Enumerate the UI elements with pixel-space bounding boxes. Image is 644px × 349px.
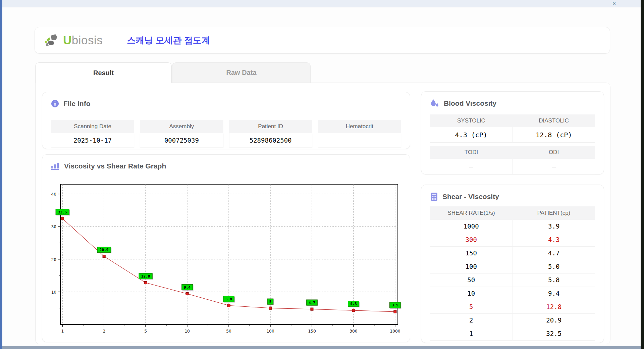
calculator-icon [430, 192, 438, 201]
field-label: Hematocrit [318, 120, 401, 133]
table-row: 10 9.4 [430, 287, 595, 300]
svg-text:4.3: 4.3 [350, 302, 357, 306]
shear-rate-cell: 1 [430, 327, 513, 340]
tab-raw-data[interactable]: Raw Data [172, 62, 311, 83]
patient-cell: 32.5 [513, 327, 595, 340]
logo-text: Ubiosis [63, 34, 103, 47]
patient-column-header: PATIENT(cp) [513, 206, 595, 220]
svg-text:3.9: 3.9 [392, 303, 398, 307]
patient-cell: 20.9 [513, 314, 595, 327]
graph-card: Viscosity vs Shear Rate Graph 1020304012… [42, 154, 410, 342]
bar-chart-icon [51, 162, 60, 170]
svg-text:2: 2 [103, 329, 105, 334]
blood-viscosity-table: SYSTOLIC DIASTOLIC 4.3 (cP) 12.8 (cP) TO… [430, 114, 595, 174]
ubiosis-logo-icon [44, 33, 60, 47]
shear-rate-cell: 10 [430, 287, 513, 300]
shear-viscosity-header: Shear - Viscosity [421, 185, 604, 201]
desktop-edge-right [641, 0, 644, 349]
svg-text:10: 10 [51, 290, 56, 295]
shear-rate-cell: 5 [430, 300, 513, 313]
shear-rate-cell: 300 [430, 233, 513, 246]
table-row: 150 4.7 [430, 247, 595, 260]
header-card: Ubiosis 스캐닝 모세관 점도계 [35, 27, 610, 54]
file-info-field: Hematocrit [318, 120, 401, 147]
patient-cell: 4.3 [513, 233, 595, 246]
table-row: 50 5.8 [430, 273, 595, 287]
blood-viscosity-card: Blood Viscosity SYSTOLIC DIASTOLIC 4.3 (… [421, 91, 604, 174]
svg-text:10: 10 [184, 329, 190, 334]
svg-text:5.8: 5.8 [225, 297, 232, 301]
graph-title: Viscosity vs Shear Rate Graph [64, 162, 166, 170]
shear-table-header: SHEAR RATE(1/s) PATIENT(cp) [430, 206, 595, 220]
app-window: × Ubiosis 스캐닝 모세관 점도계 Result Raw Data Fi… [0, 0, 644, 349]
shear-table-body: 1000 3.9 300 4.3 150 4.7 100 5.0 50 5.8 … [430, 220, 595, 341]
odi-value: – [513, 159, 595, 174]
shear-rate-cell: 2 [430, 314, 513, 327]
blood-viscosity-title: Blood Viscosity [444, 99, 496, 107]
app-title: 스캐닝 모세관 점도계 [127, 35, 210, 46]
file-info-field: Assembly 000725039 [140, 120, 223, 147]
patient-cell: 4.7 [513, 247, 595, 260]
svg-text:12.8: 12.8 [141, 274, 150, 279]
diastolic-value: 12.8 (cP) [513, 127, 595, 143]
table-row: 5 12.8 [430, 300, 595, 314]
info-icon [51, 100, 59, 108]
patient-cell: 9.4 [513, 287, 595, 300]
desktop-edge-bottom [2, 346, 641, 349]
svg-text:32.5: 32.5 [58, 210, 67, 214]
shear-rate-cell: 100 [430, 260, 513, 273]
diastolic-label: DIASTOLIC [513, 114, 595, 127]
desktop-edge-left [0, 0, 2, 349]
field-label: Scanning Date [51, 120, 134, 133]
file-info-field: Patient ID 52898602500 [229, 120, 312, 147]
field-value: 000725039 [140, 133, 223, 147]
svg-text:5: 5 [144, 329, 147, 334]
table-row: 1000 3.9 [430, 220, 595, 233]
tab-result[interactable]: Result [35, 62, 172, 83]
shear-rate-cell: 50 [430, 273, 513, 287]
droplets-icon [430, 99, 439, 108]
file-info-field: Scanning Date 2025-10-17 [51, 120, 134, 147]
field-label: Assembly [140, 120, 223, 133]
svg-text:1: 1 [61, 329, 64, 334]
shear-rate-column-header: SHEAR RATE(1/s) [430, 206, 513, 220]
field-value: 2025-10-17 [51, 133, 134, 147]
table-row: 100 5.0 [430, 260, 595, 273]
shear-rate-cell: 1000 [430, 220, 513, 233]
todi-value: – [430, 159, 513, 174]
patient-cell: 12.8 [513, 300, 595, 313]
window-titlebar: × [2, 0, 641, 7]
svg-text:150: 150 [308, 329, 316, 334]
table-row: 2 20.9 [430, 314, 595, 327]
svg-text:20: 20 [51, 257, 56, 262]
file-info-header: File Info [42, 92, 410, 108]
systolic-value: 4.3 (cP) [430, 127, 513, 143]
close-icon[interactable]: × [610, 0, 619, 7]
file-info-title: File Info [63, 100, 91, 108]
blood-viscosity-header: Blood Viscosity [421, 92, 604, 108]
svg-text:100: 100 [266, 329, 274, 334]
viscosity-chart: 102030401251050100150300100032.520.912.8… [47, 176, 404, 338]
table-row: 300 4.3 [430, 233, 595, 247]
graph-header: Viscosity vs Shear Rate Graph [42, 155, 410, 170]
svg-text:30: 30 [51, 224, 56, 229]
patient-cell: 5.8 [513, 273, 595, 287]
patient-cell: 3.9 [513, 220, 595, 233]
svg-text:9.4: 9.4 [184, 285, 191, 290]
svg-text:300: 300 [350, 329, 358, 334]
svg-text:50: 50 [226, 329, 231, 334]
svg-text:1000: 1000 [390, 329, 400, 334]
file-info-card: File Info Scanning Date 2025-10-17 Assem… [42, 92, 410, 149]
svg-text:4.7: 4.7 [309, 301, 315, 305]
svg-text:20.9: 20.9 [100, 248, 109, 252]
field-label: Patient ID [229, 120, 312, 133]
file-info-fields: Scanning Date 2025-10-17 Assembly 000725… [51, 120, 401, 147]
odi-label: ODI [513, 146, 595, 159]
shear-viscosity-title: Shear - Viscosity [442, 193, 499, 201]
todi-label: TODI [430, 146, 513, 159]
table-row: 1 32.5 [430, 327, 595, 341]
patient-cell: 5.0 [513, 260, 595, 273]
systolic-label: SYSTOLIC [430, 114, 513, 127]
shear-viscosity-card: Shear - Viscosity SHEAR RATE(1/s) PATIEN… [421, 185, 604, 343]
svg-text:5: 5 [269, 300, 272, 304]
